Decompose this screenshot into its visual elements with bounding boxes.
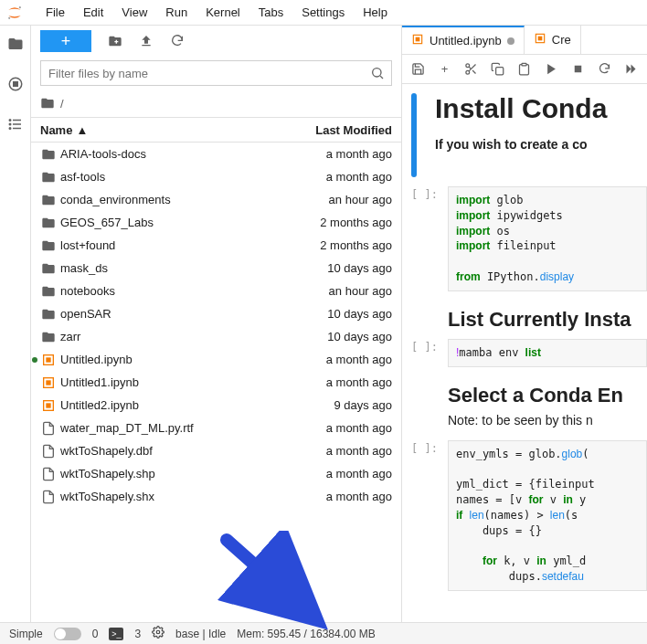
- svg-rect-17: [46, 403, 50, 407]
- menu-view[interactable]: View: [112, 2, 156, 23]
- env-name[interactable]: base | Idle: [175, 628, 226, 640]
- file-row[interactable]: wktToShapely.dbfa month ago: [31, 439, 401, 462]
- code-input[interactable]: import glob import ipywidgets import os …: [448, 186, 647, 291]
- running-sessions-tab-icon[interactable]: [6, 75, 25, 93]
- file-row[interactable]: ARIA-tools-docsa month ago: [31, 143, 401, 165]
- new-folder-icon[interactable]: [108, 34, 122, 48]
- svg-line-25: [472, 70, 475, 73]
- cut-icon[interactable]: [464, 62, 478, 77]
- file-row[interactable]: Untitled2.ipynb9 days ago: [31, 394, 401, 417]
- file-browser-tab-icon[interactable]: [6, 35, 25, 53]
- file-row[interactable]: Untitled1.ipynba month ago: [31, 371, 401, 394]
- toc-tab-icon[interactable]: [6, 115, 25, 133]
- simple-mode-toggle[interactable]: [54, 628, 81, 640]
- svg-rect-3: [13, 82, 17, 87]
- file-name: asf-tools: [58, 170, 273, 184]
- simple-mode-label: Simple: [9, 628, 43, 640]
- save-icon[interactable]: [411, 62, 425, 77]
- menu-run[interactable]: Run: [156, 2, 196, 23]
- folder-icon: [38, 216, 58, 230]
- file-name: mask_ds: [58, 261, 273, 275]
- file-name: wktToShapely.shp: [58, 467, 273, 480]
- main-work-area: Untitled.ipynb Cre + Install Conda: [402, 26, 647, 622]
- markdown-text[interactable]: Note: to be seen by this n: [448, 413, 647, 428]
- activity-bar: [0, 26, 31, 622]
- svg-rect-28: [522, 63, 526, 66]
- folder-icon: [38, 147, 58, 162]
- add-cell-icon[interactable]: +: [438, 62, 451, 77]
- svg-point-33: [156, 630, 160, 634]
- tabs-count[interactable]: 0: [92, 628, 99, 640]
- file-modified: a month ago: [273, 353, 401, 366]
- filter-input[interactable]: [40, 60, 392, 86]
- tab-create[interactable]: Cre: [525, 26, 581, 54]
- code-cell[interactable]: [ ]: !mamba env list: [411, 339, 647, 367]
- paste-icon[interactable]: [517, 62, 531, 77]
- file-modified: 2 months ago: [273, 216, 401, 229]
- upload-icon[interactable]: [139, 34, 154, 48]
- file-name: openSAR: [58, 307, 273, 321]
- markdown-cell[interactable]: Install Conda If you wish to create a co: [411, 93, 647, 177]
- breadcrumb-path: /: [60, 97, 64, 111]
- menu-help[interactable]: Help: [354, 2, 397, 23]
- file-row[interactable]: mask_ds10 days ago: [31, 257, 401, 280]
- file-modified: an hour ago: [273, 284, 401, 298]
- markdown-heading[interactable]: List Currently Insta: [448, 308, 647, 332]
- file-row[interactable]: GEOS_657_Labs2 months ago: [31, 211, 401, 234]
- notebook-content[interactable]: Install Conda If you wish to create a co…: [402, 84, 647, 622]
- column-name-header[interactable]: Name▲: [31, 123, 273, 137]
- run-icon[interactable]: [545, 62, 558, 77]
- file-row[interactable]: wktToShapely.shpa month ago: [31, 462, 401, 485]
- file-modified: 9 days ago: [273, 398, 401, 412]
- svg-rect-13: [46, 357, 50, 362]
- copy-icon[interactable]: [491, 62, 504, 77]
- code-cell[interactable]: [ ]: import glob import ipywidgets impor…: [411, 186, 647, 291]
- tab-untitled-ipynb[interactable]: Untitled.ipynb: [402, 26, 525, 54]
- menu-settings[interactable]: Settings: [292, 2, 354, 23]
- file-row[interactable]: water_map_DT_ML.py.rtfa month ago: [31, 417, 401, 439]
- code-input[interactable]: !mamba env list: [448, 339, 647, 367]
- restart-run-all-icon[interactable]: [624, 62, 638, 77]
- interrupt-icon[interactable]: [571, 62, 585, 77]
- refresh-icon[interactable]: [170, 34, 185, 48]
- memory-indicator[interactable]: Mem: 595.45 / 16384.00 MB: [237, 628, 375, 640]
- svg-marker-31: [626, 65, 631, 74]
- file-row[interactable]: lost+found2 months ago: [31, 234, 401, 257]
- menu-kernel[interactable]: Kernel: [196, 2, 249, 23]
- new-launcher-button[interactable]: +: [40, 30, 91, 52]
- menu-file[interactable]: File: [37, 2, 74, 23]
- input-prompt: [ ]:: [411, 186, 448, 291]
- code-input[interactable]: env_ymls = glob.glob( yml_dict = {filein…: [448, 440, 647, 591]
- markdown-heading[interactable]: Select a Conda En: [448, 384, 647, 407]
- notebook-icon: [38, 398, 58, 413]
- menu-edit[interactable]: Edit: [74, 2, 112, 23]
- svg-rect-19: [416, 37, 420, 42]
- file-name: wktToShapely.dbf: [58, 444, 273, 458]
- svg-point-8: [9, 123, 11, 125]
- file-row[interactable]: openSAR10 days ago: [31, 302, 401, 325]
- jupyter-logo-icon: [5, 4, 24, 22]
- breadcrumb[interactable]: /: [31, 90, 401, 117]
- file-row[interactable]: zarr10 days ago: [31, 325, 401, 348]
- folder-icon: [38, 307, 58, 322]
- document-tabs: Untitled.ipynb Cre: [402, 26, 647, 55]
- file-modified: a month ago: [273, 375, 401, 389]
- file-row[interactable]: notebooksan hour ago: [31, 280, 401, 302]
- file-row[interactable]: conda_environmentsan hour ago: [31, 188, 401, 211]
- file-modified: a month ago: [273, 147, 401, 161]
- terminals-count[interactable]: 3: [134, 628, 141, 640]
- menu-tabs[interactable]: Tabs: [249, 2, 292, 23]
- restart-icon[interactable]: [598, 62, 611, 77]
- notebook-icon: [38, 353, 58, 367]
- column-modified-header[interactable]: Last Modified: [273, 123, 401, 137]
- file-row[interactable]: asf-toolsa month ago: [31, 165, 401, 188]
- terminal-icon[interactable]: >_: [109, 628, 123, 640]
- tab-label: Untitled.ipynb: [430, 34, 502, 48]
- code-cell[interactable]: [ ]: env_ymls = glob.glob( yml_dict = {f…: [411, 440, 647, 591]
- file-name: Untitled2.ipynb: [58, 398, 273, 412]
- file-row[interactable]: wktToShapely.shxa month ago: [31, 485, 401, 508]
- file-icon: [38, 444, 58, 459]
- file-row[interactable]: Untitled.ipynba month ago: [31, 348, 401, 371]
- file-modified: a month ago: [273, 490, 401, 503]
- settings-icon[interactable]: [152, 626, 164, 641]
